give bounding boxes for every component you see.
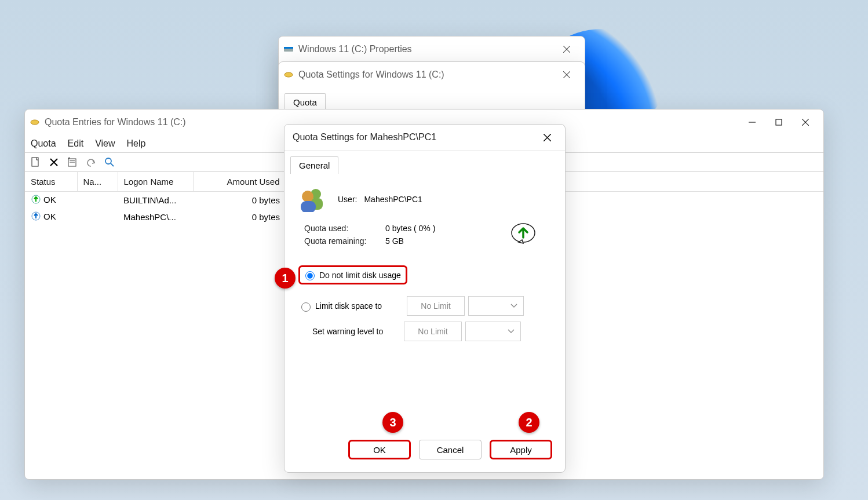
limit-unit-dropdown[interactable] [468, 296, 524, 316]
quota-remaining-value: 5 GB [385, 236, 404, 246]
warning-level-row: Set warning level to No Limit [298, 322, 551, 341]
tab-quota[interactable]: Quota [285, 93, 326, 111]
x-icon [49, 158, 59, 167]
window-title: Quota Entries for Windows 11 (C:) [45, 117, 186, 127]
minimize-button[interactable] [739, 113, 765, 132]
cell-used: 0 bytes [193, 209, 286, 225]
dialog-buttons: OK Cancel Apply [348, 440, 552, 459]
undo-button[interactable] [85, 156, 97, 168]
status-text: OK [43, 211, 56, 221]
svg-point-7 [31, 120, 39, 125]
tabstrip: General [285, 151, 565, 174]
menu-view[interactable]: View [95, 138, 115, 149]
svg-rect-9 [776, 119, 782, 125]
menu-help[interactable]: Help [127, 138, 146, 149]
callout-3: 3 [382, 412, 403, 433]
radio-do-not-limit[interactable]: Do not limit disk usage [298, 265, 407, 284]
svg-rect-1 [284, 47, 293, 49]
tab-general[interactable]: General [290, 156, 338, 174]
maximize-icon [775, 119, 782, 126]
callout-2: 2 [519, 412, 539, 433]
close-icon [563, 71, 570, 78]
status-badge: OK [31, 194, 56, 205]
col-amount-used[interactable]: Amount Used [193, 172, 286, 192]
minimize-icon [749, 119, 756, 126]
quota-status-icon [510, 221, 537, 248]
status-ok-icon [31, 211, 41, 221]
ok-button[interactable]: OK [348, 440, 411, 459]
status-text: OK [43, 195, 56, 205]
properties-icon [67, 157, 78, 167]
menu-edit[interactable]: Edit [68, 138, 84, 149]
disk-icon [283, 70, 294, 80]
disk-icon [30, 117, 40, 127]
dialog-title: Quota Settings for MaheshPC\PC1 [293, 132, 436, 143]
tabstrip: Quota [279, 87, 585, 111]
svg-rect-27 [301, 201, 316, 212]
titlebar[interactable]: Quota Settings for Windows 11 (C:) [279, 62, 585, 87]
find-button[interactable] [104, 156, 115, 168]
svg-point-18 [105, 158, 111, 164]
col-name[interactable]: Na... [77, 172, 118, 192]
svg-point-4 [285, 72, 293, 77]
cell-logon: BUILTIN\Ad... [118, 192, 193, 209]
close-icon [544, 134, 551, 141]
users-icon [298, 187, 326, 212]
maximize-button[interactable] [765, 113, 792, 132]
dialog-content: User: MaheshPC\PC1 Quota used: 0 bytes (… [285, 174, 565, 357]
chevron-down-icon [510, 304, 517, 308]
col-status[interactable]: Status [25, 172, 77, 192]
svg-rect-12 [32, 158, 38, 166]
close-button[interactable] [553, 40, 580, 59]
close-button[interactable] [553, 65, 580, 84]
radio-limit-disk[interactable]: Limit disk space to No Limit [298, 296, 551, 316]
col-logon[interactable]: Logon Name [118, 172, 193, 192]
undo-icon [86, 158, 96, 167]
user-label: User: [338, 195, 357, 204]
titlebar[interactable]: Quota Settings for MaheshPC\PC1 [285, 125, 565, 150]
window-title: Quota Settings for Windows 11 (C:) [298, 70, 444, 80]
cancel-button[interactable]: Cancel [419, 440, 482, 459]
quota-used-value: 0 bytes ( 0% ) [385, 224, 435, 233]
apply-button[interactable]: Apply [490, 440, 552, 459]
limit-value-input[interactable]: No Limit [407, 296, 465, 316]
radio-limit-disk-input[interactable] [301, 302, 311, 312]
callout-1: 1 [275, 268, 296, 289]
quota-used-label: Quota used: [304, 224, 385, 233]
close-button[interactable] [792, 113, 819, 132]
svg-point-26 [302, 191, 313, 202]
warning-unit-dropdown[interactable] [465, 322, 521, 341]
close-icon [563, 46, 570, 53]
warning-value-input[interactable]: No Limit [404, 322, 462, 341]
svg-line-19 [111, 163, 114, 166]
new-entry-button[interactable] [30, 156, 41, 168]
radio-limit-disk-label: Limit disk space to [315, 301, 407, 311]
cell-logon: MaheshPC\... [118, 209, 193, 225]
status-ok-icon [31, 194, 41, 205]
window-title: Windows 11 (C:) Properties [298, 44, 412, 54]
radio-do-not-limit-input[interactable] [305, 271, 315, 280]
close-icon [802, 119, 809, 126]
quota-remaining-label: Quota remaining: [304, 236, 385, 246]
user-row: User: MaheshPC\PC1 [298, 187, 551, 212]
search-icon [104, 157, 115, 167]
status-badge: OK [31, 211, 56, 221]
close-button[interactable] [534, 128, 560, 147]
user-value: MaheshPC\PC1 [364, 195, 422, 204]
properties-button[interactable] [67, 156, 78, 168]
menu-quota[interactable]: Quota [31, 138, 56, 149]
titlebar[interactable]: Windows 11 (C:) Properties [279, 37, 585, 62]
delete-button[interactable] [48, 156, 60, 168]
drive-icon [283, 44, 294, 54]
radio-do-not-limit-label: Do not limit disk usage [319, 271, 401, 280]
cell-used: 0 bytes [193, 192, 286, 209]
page-icon [31, 157, 40, 167]
warning-level-label: Set warning level to [298, 327, 404, 336]
chevron-down-icon [508, 329, 515, 334]
